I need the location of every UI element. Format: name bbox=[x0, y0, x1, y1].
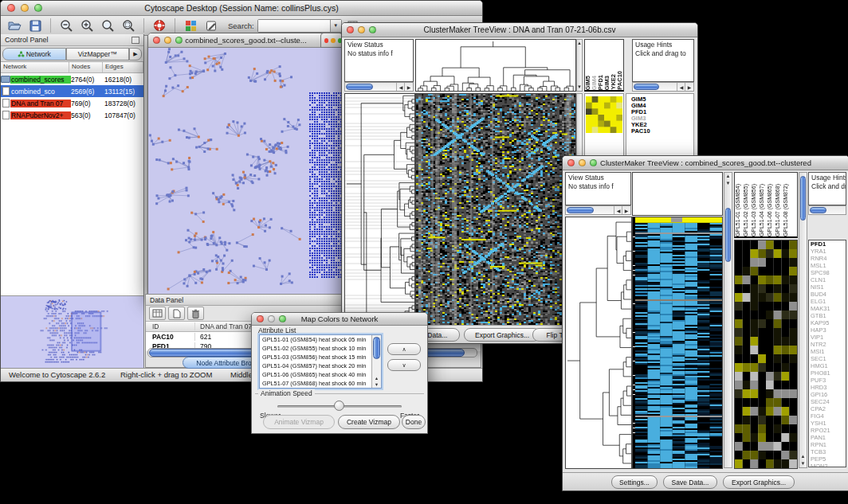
slider-thumb[interactable] bbox=[334, 400, 344, 411]
animate-vizmap-button[interactable]: Animate Vizmap bbox=[263, 415, 335, 429]
gene-label[interactable]: YSH1 bbox=[811, 420, 846, 427]
minimize-button[interactable] bbox=[164, 37, 171, 44]
usage-hints-scrollbar[interactable]: ◀▶ bbox=[632, 82, 694, 92]
tab-vizmapper[interactable]: VizMapper™ bbox=[66, 48, 130, 61]
cluster-zoom-heatmap[interactable] bbox=[734, 240, 798, 469]
heatmap-vscrollbar[interactable]: ▲▼ bbox=[724, 172, 732, 468]
condition-column-label[interactable]: GPL51-01 (GSM854) bbox=[735, 184, 743, 236]
close-button[interactable] bbox=[257, 315, 264, 322]
zoom-selected-icon[interactable] bbox=[120, 18, 137, 33]
attribute-item[interactable]: GPL51-03 (GSM856) heat shock 15 min bbox=[260, 353, 381, 361]
gene-label[interactable]: SEC24 bbox=[811, 398, 846, 405]
gene-column-label[interactable]: PAC10 bbox=[617, 71, 623, 90]
move-down-button[interactable]: ∨ bbox=[387, 359, 421, 371]
hidden-window-titlebar[interactable] bbox=[320, 33, 343, 48]
gene-label[interactable]: YRA1 bbox=[811, 248, 846, 255]
search-dropdown-icon[interactable]: ▼ bbox=[330, 20, 341, 32]
close-button[interactable] bbox=[347, 26, 354, 33]
zoom-button[interactable] bbox=[369, 26, 376, 33]
vizmapper-icon[interactable] bbox=[182, 18, 199, 33]
minimize-button[interactable] bbox=[331, 38, 335, 43]
tab-network[interactable]: Network bbox=[2, 48, 66, 61]
gene-label[interactable]: MSL1 bbox=[811, 262, 846, 269]
birds-eye-view[interactable] bbox=[1, 296, 143, 369]
gene-label[interactable]: CPA2 bbox=[811, 405, 846, 412]
expression-heatmap[interactable] bbox=[632, 217, 723, 469]
network-list-row[interactable]: combined_scores2764(0)16218(0) bbox=[1, 73, 143, 85]
done-button[interactable]: Done bbox=[402, 415, 426, 429]
zoom-button[interactable] bbox=[590, 159, 597, 166]
attribute-item[interactable]: GPL51-07 (GSM868) heat shock 60 min bbox=[260, 379, 381, 388]
tab-overflow-arrow-icon[interactable]: ▶ bbox=[129, 48, 142, 61]
gene-label[interactable]: MSI1 bbox=[811, 348, 846, 355]
condition-column-label[interactable]: GPL51-02 (GSM855) bbox=[743, 184, 751, 236]
gene-label[interactable]: HMG1 bbox=[811, 362, 846, 369]
gene-label[interactable]: SEC1 bbox=[811, 355, 846, 362]
attribute-item[interactable]: GPL51-02 (GSM855) heat shock 10 min bbox=[260, 344, 381, 353]
gene-label[interactable]: HAP3 bbox=[811, 326, 846, 334]
gene-label[interactable]: SPC98 bbox=[811, 269, 846, 276]
gene-label[interactable]: FIG4 bbox=[811, 412, 846, 420]
mini-vscrollbar[interactable]: ▲▼ bbox=[576, 39, 583, 92]
attribute-item[interactable]: GPL51-06 (GSM865) heat shock 40 min bbox=[260, 370, 381, 379]
attribute-item[interactable]: GPL51-04 (GSM857) heat shock 20 min bbox=[260, 361, 381, 370]
gene-label[interactable]: NIS1 bbox=[811, 283, 846, 291]
close-button[interactable] bbox=[324, 38, 328, 43]
close-button[interactable] bbox=[153, 37, 160, 44]
network-list-row[interactable]: combined_sco2569(6)13112(15) bbox=[1, 85, 143, 97]
open-icon[interactable] bbox=[6, 18, 23, 33]
main-titlebar[interactable]: Cytoscape Desktop (Session Name: collins… bbox=[1, 1, 482, 16]
condition-column-label[interactable]: GPL51-03 (GSM856) bbox=[751, 184, 759, 236]
network-list-row[interactable]: DNA and Tran 07769(0)183728(0) bbox=[1, 97, 143, 109]
condition-column-label[interactable]: GPL51-07 (GSM868) bbox=[775, 184, 783, 236]
network-view-titlebar[interactable]: combined_scores_good.txt--cluste... bbox=[148, 33, 344, 48]
trash-icon[interactable] bbox=[187, 307, 204, 320]
cluster-zoom-heatmap[interactable] bbox=[586, 96, 622, 133]
create-vizmap-button[interactable]: Create Vizmap bbox=[338, 415, 400, 429]
view-status-scrollbar[interactable]: ◀▶ bbox=[344, 82, 414, 92]
gene-label[interactable]: MAK31 bbox=[811, 305, 846, 312]
condition-column-label[interactable]: GPL51-08 (GSM872) bbox=[783, 184, 791, 236]
animation-speed-slider[interactable] bbox=[277, 405, 402, 408]
row-dendrogram[interactable] bbox=[565, 217, 632, 469]
gene-label[interactable]: PUF3 bbox=[811, 377, 846, 384]
gene-label[interactable]: PFD1 bbox=[811, 240, 846, 248]
col-network[interactable]: Network bbox=[1, 62, 69, 72]
treeview2-titlebar[interactable]: ClusterMaker TreeView : combined_scores_… bbox=[563, 156, 848, 170]
attribute-list-scrollbar[interactable]: ▲▼ bbox=[371, 335, 381, 388]
gene-label[interactable]: MON2 bbox=[811, 463, 846, 467]
close-button[interactable] bbox=[567, 159, 575, 166]
gene-label[interactable]: PHO81 bbox=[811, 369, 846, 377]
annotation-icon[interactable] bbox=[202, 18, 220, 33]
minimize-button[interactable] bbox=[579, 159, 586, 166]
zoom-button[interactable] bbox=[279, 315, 286, 322]
gene-label[interactable]: PEP5 bbox=[811, 455, 846, 463]
table-icon[interactable] bbox=[149, 307, 166, 320]
col-edges[interactable]: Edges bbox=[103, 62, 143, 72]
condition-column-label[interactable]: GPL51-06 (GSM865) bbox=[767, 184, 775, 236]
save-data-button[interactable]: Save Data... bbox=[663, 475, 717, 489]
network-list-row[interactable]: RNAPuberNov2+563(0)107847(0) bbox=[1, 109, 143, 121]
gene-label[interactable]: KAP95 bbox=[811, 319, 846, 326]
column-dendrogram[interactable] bbox=[415, 39, 576, 92]
document-icon[interactable] bbox=[168, 307, 185, 320]
network-canvas[interactable] bbox=[148, 48, 342, 295]
zoom-button[interactable] bbox=[175, 37, 183, 44]
attribute-item[interactable]: GPL51-01 (GSM854) heat shock 05 min bbox=[260, 335, 381, 344]
search-input[interactable] bbox=[258, 20, 330, 32]
help-icon[interactable] bbox=[151, 18, 168, 33]
zoom-out-icon[interactable] bbox=[57, 18, 75, 33]
float-panel-icon[interactable] bbox=[132, 37, 139, 44]
zoom-in-icon[interactable] bbox=[78, 18, 96, 33]
minimize-button[interactable] bbox=[268, 315, 275, 322]
col-id[interactable]: ID bbox=[146, 322, 195, 330]
gene-label[interactable]: VIP1 bbox=[811, 334, 846, 341]
gene-label[interactable]: BUD4 bbox=[811, 291, 846, 298]
gene-label[interactable]: TCB3 bbox=[811, 448, 846, 455]
settings-button[interactable]: Settings... bbox=[611, 475, 658, 489]
col-nodes[interactable]: Nodes bbox=[69, 62, 103, 72]
close-button[interactable] bbox=[7, 4, 15, 12]
export-graphics-button[interactable]: Export Graphics... bbox=[723, 475, 795, 489]
minimize-button[interactable] bbox=[358, 26, 365, 33]
gene-label[interactable]: RPN1 bbox=[811, 441, 846, 448]
